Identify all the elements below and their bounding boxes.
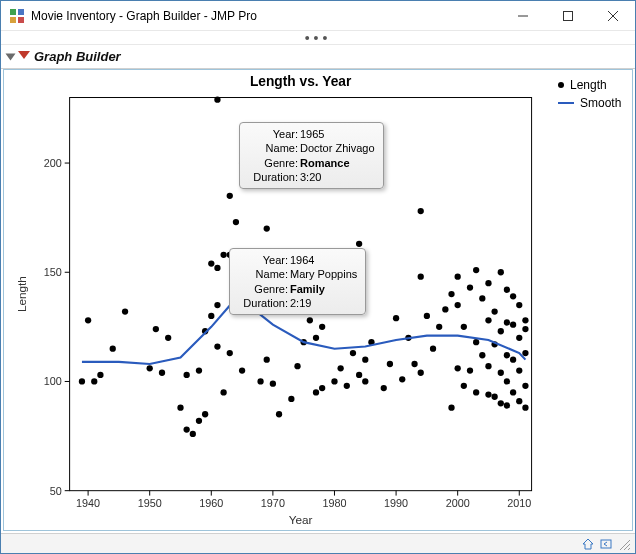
svg-text:1940: 1940 bbox=[76, 497, 100, 509]
tooltip-name-label: Name: bbox=[248, 141, 298, 155]
svg-marker-8 bbox=[18, 51, 30, 59]
svg-point-110 bbox=[442, 306, 448, 312]
svg-point-109 bbox=[436, 324, 442, 330]
svg-text:1950: 1950 bbox=[138, 497, 162, 509]
svg-point-59 bbox=[214, 265, 220, 271]
minimize-button[interactable] bbox=[500, 1, 545, 31]
svg-point-86 bbox=[331, 378, 337, 384]
svg-point-74 bbox=[264, 225, 270, 231]
svg-point-88 bbox=[337, 365, 343, 371]
resize-grip-icon[interactable] bbox=[617, 537, 631, 551]
svg-point-138 bbox=[504, 352, 510, 358]
svg-point-129 bbox=[491, 394, 497, 400]
svg-text:150: 150 bbox=[44, 266, 62, 278]
svg-point-44 bbox=[153, 326, 159, 332]
svg-point-132 bbox=[498, 400, 504, 406]
svg-point-72 bbox=[257, 378, 263, 384]
svg-point-105 bbox=[418, 273, 424, 279]
tooltip-name-value: Doctor Zhivago bbox=[300, 141, 375, 155]
legend-item-smooth[interactable]: Smooth bbox=[558, 96, 626, 110]
svg-rect-3 bbox=[18, 17, 24, 23]
svg-point-131 bbox=[491, 308, 497, 314]
svg-rect-5 bbox=[563, 12, 572, 21]
close-button[interactable] bbox=[590, 1, 635, 31]
svg-point-42 bbox=[122, 308, 128, 314]
svg-point-50 bbox=[190, 431, 196, 437]
report-menu-icon[interactable] bbox=[18, 51, 30, 63]
svg-point-140 bbox=[504, 287, 510, 293]
svg-point-38 bbox=[85, 317, 91, 323]
tooltip-genre-value: Romance bbox=[300, 156, 350, 170]
svg-point-57 bbox=[214, 343, 220, 349]
svg-point-117 bbox=[461, 324, 467, 330]
svg-point-139 bbox=[504, 319, 510, 325]
svg-point-136 bbox=[504, 402, 510, 408]
disclosure-triangle-icon[interactable] bbox=[6, 53, 16, 60]
tooltip-genre-label: Genre: bbox=[248, 156, 298, 170]
svg-text:Length vs. Year: Length vs. Year bbox=[250, 74, 352, 89]
svg-point-81 bbox=[313, 389, 319, 395]
chart-area[interactable]: Length vs. Year1940195019601970198019902… bbox=[4, 70, 552, 530]
section-title: Graph Builder bbox=[34, 49, 121, 64]
svg-point-68 bbox=[239, 367, 245, 373]
tooltip-duration-value: 2:19 bbox=[290, 296, 311, 310]
toolbar-overflow[interactable]: ••• bbox=[1, 31, 635, 45]
svg-point-107 bbox=[424, 313, 430, 319]
svg-point-63 bbox=[227, 350, 233, 356]
svg-point-144 bbox=[510, 293, 516, 299]
window-controls bbox=[500, 1, 635, 30]
svg-point-151 bbox=[522, 350, 528, 356]
svg-point-112 bbox=[448, 291, 454, 297]
legend-smooth-label: Smooth bbox=[580, 96, 621, 110]
svg-point-76 bbox=[276, 411, 282, 417]
svg-point-137 bbox=[504, 378, 510, 384]
svg-point-47 bbox=[177, 405, 183, 411]
svg-point-145 bbox=[516, 398, 522, 404]
svg-point-133 bbox=[498, 370, 504, 376]
nav-back-icon[interactable] bbox=[599, 537, 613, 551]
svg-line-158 bbox=[628, 548, 630, 550]
svg-point-39 bbox=[91, 378, 97, 384]
svg-point-60 bbox=[214, 97, 220, 103]
legend-line-icon bbox=[558, 102, 574, 104]
svg-point-80 bbox=[307, 317, 313, 323]
svg-point-121 bbox=[473, 339, 479, 345]
tooltip-year-label: Year: bbox=[238, 253, 288, 267]
svg-text:1970: 1970 bbox=[261, 497, 285, 509]
svg-point-51 bbox=[196, 418, 202, 424]
svg-point-100 bbox=[393, 315, 399, 321]
tooltip-duration-label: Duration: bbox=[238, 296, 288, 310]
titlebar: Movie Inventory - Graph Builder - JMP Pr… bbox=[1, 1, 635, 31]
svg-point-46 bbox=[165, 335, 171, 341]
tooltip-genre-value: Family bbox=[290, 282, 325, 296]
svg-point-115 bbox=[455, 273, 461, 279]
home-icon[interactable] bbox=[581, 537, 595, 551]
statusbar bbox=[1, 533, 635, 553]
svg-point-120 bbox=[473, 389, 479, 395]
svg-rect-155 bbox=[601, 540, 611, 548]
svg-point-103 bbox=[411, 361, 417, 367]
svg-point-58 bbox=[214, 302, 220, 308]
window-title: Movie Inventory - Graph Builder - JMP Pr… bbox=[31, 9, 500, 23]
svg-point-116 bbox=[461, 383, 467, 389]
svg-point-135 bbox=[498, 269, 504, 275]
legend: Length Smooth bbox=[552, 70, 632, 530]
svg-point-150 bbox=[522, 383, 528, 389]
svg-point-78 bbox=[294, 363, 300, 369]
svg-point-55 bbox=[208, 313, 214, 319]
svg-point-65 bbox=[227, 193, 233, 199]
svg-rect-2 bbox=[10, 17, 16, 23]
tooltip-name-label: Name: bbox=[238, 267, 288, 281]
svg-text:200: 200 bbox=[44, 157, 62, 169]
svg-point-134 bbox=[498, 328, 504, 334]
legend-points-label: Length bbox=[570, 78, 607, 92]
svg-text:1960: 1960 bbox=[199, 497, 223, 509]
svg-point-96 bbox=[362, 356, 368, 362]
maximize-button[interactable] bbox=[545, 1, 590, 31]
svg-text:1990: 1990 bbox=[384, 497, 408, 509]
svg-point-113 bbox=[455, 365, 461, 371]
svg-point-62 bbox=[220, 252, 226, 258]
legend-item-points[interactable]: Length bbox=[558, 78, 626, 92]
svg-point-142 bbox=[510, 356, 516, 362]
svg-point-125 bbox=[485, 391, 491, 397]
